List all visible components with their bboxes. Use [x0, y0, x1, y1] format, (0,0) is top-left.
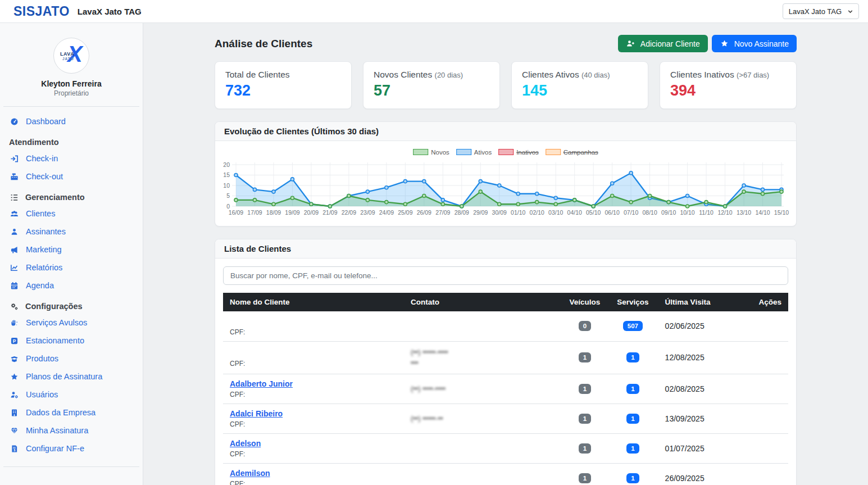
gem-icon — [9, 427, 19, 435]
sidebar-item-planos-de-assinatura[interactable]: Planos de Assinatura — [0, 368, 143, 386]
table-row: Adalberto JuniorCPF:(••) ••••-••••1102/0… — [223, 374, 788, 404]
svg-text:23/09: 23/09 — [360, 209, 375, 216]
svg-text:11/10: 11/10 — [699, 209, 714, 216]
avatar-brand-bottom: JATO — [62, 57, 74, 61]
main-area: Análise de Clientes Adicionar ClienteNov… — [143, 23, 868, 485]
sidebar-item-assinantes[interactable]: Assinantes — [0, 223, 143, 241]
last-visit: 12/08/2025 — [658, 341, 738, 374]
sidebar-section-gerenciamento: Gerenciamento — [0, 185, 143, 205]
svg-text:15: 15 — [223, 171, 230, 178]
last-visit: 13/09/2025 — [658, 404, 738, 433]
company-name: LavaX Jato TAG — [78, 7, 142, 16]
svg-text:15/10: 15/10 — [774, 209, 789, 216]
svg-text:5: 5 — [226, 192, 230, 199]
client-name-link[interactable]: Adalci Ribeiro — [230, 409, 283, 418]
col-client-name: Nome do Cliente — [223, 293, 404, 311]
new-subscriber-button[interactable]: Novo Assinante — [712, 35, 797, 52]
legend-item-inativos[interactable]: Inativos — [498, 149, 539, 156]
sidebar-item-dashboard[interactable]: Dashboard — [0, 112, 143, 130]
legend-item-campanhas[interactable]: Campanhas — [546, 149, 598, 156]
actions-cell — [737, 433, 788, 463]
client-name-link[interactable]: Ademilson — [230, 469, 270, 478]
client-name-link[interactable]: Adelson — [230, 439, 261, 448]
services-badge: 1 — [626, 352, 639, 362]
sidebar-item-servicos-avulsos[interactable]: Serviços Avulsos — [0, 314, 143, 332]
chart-card-title: Evolução de Clientes (Últimos 30 dias) — [215, 122, 796, 141]
contact-cell: (••) •••••-••••••• — [404, 341, 562, 374]
contact-masked: (••) •••••-•••• — [411, 347, 556, 358]
sidebar-item-usuarios[interactable]: Usuários — [0, 386, 143, 404]
legend-item-novos[interactable]: Novos — [413, 149, 449, 156]
sidebar-item-relatorios[interactable]: Relatórios — [0, 259, 143, 277]
chart-line-icon — [9, 264, 19, 272]
col-services: Serviços — [607, 293, 658, 311]
svg-text:16/09: 16/09 — [229, 209, 243, 216]
client-name-empty — [230, 348, 397, 357]
sidebar-item-configurar-nf-e[interactable]: $Configurar NF-e — [0, 439, 143, 457]
svg-text:20: 20 — [223, 161, 230, 167]
stat-card-clientes-inativos: Clientes Inativos (>67 dias)394 — [660, 61, 797, 109]
client-name-link[interactable]: Adalberto Junior — [230, 379, 293, 388]
vehicles-badge: 1 — [579, 352, 591, 362]
stat-value: 394 — [670, 83, 786, 99]
svg-text:05/10: 05/10 — [586, 209, 601, 216]
col-vehicles: Veículos — [562, 293, 607, 311]
svg-text:18/09: 18/09 — [266, 209, 281, 216]
avatar-brand-top: LAVA — [60, 51, 74, 57]
sidebar-item-minha-assinatura[interactable]: Minha Assinatura — [0, 421, 143, 439]
svg-text:29/09: 29/09 — [473, 209, 488, 216]
cpf-label: CPF: — [230, 391, 397, 398]
contact-masked: (••) •••••-•• — [411, 413, 556, 424]
profile: X LAVA JATO Kleyton Ferreira Proprietári… — [0, 23, 143, 97]
contact-cell — [404, 311, 562, 342]
search-input[interactable] — [223, 266, 788, 285]
cpf-label: CPF: — [230, 328, 397, 336]
col-last-visit: Última Visita — [658, 293, 738, 311]
sidebar-item-agenda[interactable]: Agenda — [0, 277, 143, 294]
box-icon — [9, 355, 19, 363]
stat-card-novos-clientes: Novos Clientes (20 dias)57 — [363, 61, 500, 109]
sidebar-item-estacionamento[interactable]: PEstacionamento — [0, 332, 143, 350]
svg-text:09/10: 09/10 — [661, 209, 676, 216]
calendar-icon — [9, 282, 19, 290]
sidebar-item-clientes[interactable]: Clientes — [0, 205, 143, 223]
stat-label: Clientes Ativos (40 dias) — [522, 70, 638, 80]
vehicles-badge: 1 — [579, 473, 591, 483]
svg-text:14/10: 14/10 — [755, 209, 770, 216]
sidebar-item-produtos[interactable]: Produtos — [0, 350, 143, 368]
actions-cell — [737, 311, 788, 342]
sidebar-nav: DashboardAtendimentoCheck-inCheck-outGer… — [0, 107, 143, 467]
sidebar-section-configuracoes: Configurações — [0, 294, 143, 314]
svg-text:30/09: 30/09 — [492, 209, 507, 216]
client-name-empty — [230, 316, 397, 326]
list-card-title: Lista de Clientes — [215, 239, 796, 259]
svg-text:25/09: 25/09 — [398, 209, 412, 216]
sidebar-item-check-in[interactable]: Check-in — [0, 149, 143, 167]
tasks-icon — [9, 193, 19, 202]
chart-legend: NovosAtivosInativosCampanhas — [413, 149, 598, 156]
sidebar-item-marketing[interactable]: Marketing — [0, 241, 143, 259]
hand-sparkles-icon — [9, 319, 19, 327]
col-actions: Ações — [737, 293, 788, 311]
profile-role: Proprietário — [0, 89, 143, 97]
svg-text:28/09: 28/09 — [455, 209, 469, 216]
add-client-button[interactable]: Adicionar Cliente — [618, 35, 708, 52]
tenant-select-value: LavaX Jato TAG — [789, 7, 842, 16]
contact-cell — [404, 463, 562, 485]
sidebar-bottom-divider — [3, 466, 139, 467]
avatar: X LAVA JATO — [53, 38, 89, 74]
tenant-select[interactable]: LavaX Jato TAG — [783, 3, 859, 19]
sidebar-item-dados-da-empresa[interactable]: Dados da Empresa — [0, 404, 143, 421]
clients-list-card: Lista de Clientes Nome do Cliente Contat… — [215, 239, 797, 485]
actions-cell — [737, 341, 788, 374]
sign-in-icon — [9, 155, 19, 163]
legend-item-ativos[interactable]: Ativos — [456, 149, 492, 156]
sidebar-item-check-out[interactable]: Check-out — [0, 167, 143, 185]
star-solid-icon — [720, 39, 730, 48]
svg-text:08/10: 08/10 — [642, 209, 657, 216]
gears-icon — [9, 302, 19, 311]
actions-cell — [737, 374, 788, 404]
vehicles-badge: 1 — [579, 384, 591, 394]
contact-masked: (••) ••••-•••• — [411, 383, 556, 395]
table-row: AdemilsonCPF:1126/09/2025 — [223, 463, 788, 485]
